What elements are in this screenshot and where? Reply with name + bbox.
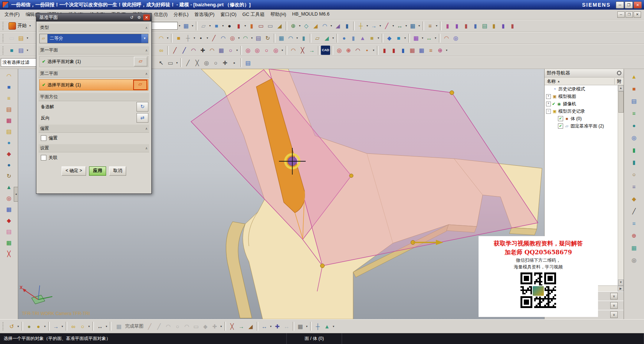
dialog-options-icon[interactable]: ⚙ — [136, 14, 142, 20]
view-style-icon[interactable]: ■ — [7, 46, 16, 55]
pattern-icon[interactable]: ▦ — [408, 21, 417, 30]
assembly-b-icon[interactable]: ● — [34, 322, 43, 331]
helix-icon[interactable]: ↻ — [263, 33, 272, 43]
gauge-icon[interactable]: ◠ — [353, 46, 362, 55]
tube-icon[interactable]: ▮ — [299, 33, 308, 43]
fillet-icon[interactable]: ◠ — [289, 46, 298, 55]
deviation-icon[interactable]: ◎ — [335, 46, 344, 55]
quick-extend-icon[interactable]: → — [237, 322, 246, 331]
snap-dot-icon[interactable]: • — [230, 58, 239, 67]
curve-analysis-icon[interactable]: ↔ — [424, 33, 434, 43]
snap-mid-icon[interactable]: ╱ — [183, 58, 193, 67]
extrude-sheet-icon[interactable]: ■ — [174, 33, 183, 43]
type-dropdown[interactable]: ▱ 二等分 ▼ — [39, 34, 148, 43]
menu-item[interactable]: 首选项(P) — [191, 10, 217, 19]
arc2-icon[interactable]: ◠ — [189, 46, 198, 55]
part-nav-icon[interactable]: ▤ — [4, 127, 14, 136]
sk-profile-icon[interactable]: ╱ — [145, 322, 154, 331]
layers-icon[interactable]: ≡ — [4, 93, 14, 103]
grid-red-icon[interactable]: ▦ — [408, 46, 417, 55]
alternate-solution-button[interactable]: ↻ — [137, 102, 148, 112]
system-materials-icon[interactable]: ■ — [4, 82, 14, 92]
sk-fillet-icon[interactable]: ◠ — [182, 322, 191, 331]
chevron-down-icon[interactable]: ▾ — [221, 24, 225, 27]
toolbar-grip[interactable] — [3, 22, 5, 30]
chevron-down-icon[interactable]: ▾ — [60, 325, 64, 328]
tree-expander-icon[interactable]: + — [546, 102, 551, 106]
chevron-down-icon[interactable]: ▾ — [191, 24, 194, 27]
chevron-down-icon[interactable]: ▾ — [250, 36, 254, 40]
chevron-down-icon[interactable]: ▾ — [417, 24, 421, 27]
line-icon[interactable]: ╱ — [209, 33, 218, 43]
menu-item[interactable]: 帮助(H) — [267, 10, 289, 19]
checkbox-checked-icon[interactable]: ✔ — [558, 116, 563, 121]
chevron-down-icon[interactable]: ▾ — [295, 36, 299, 40]
alternate-icon[interactable]: ▲ — [322, 322, 332, 331]
hatch-icon[interactable]: ≡ — [426, 46, 436, 55]
menu-item[interactable]: 文件(F) — [1, 10, 23, 19]
refpoint-icon[interactable]: • — [362, 46, 372, 55]
new-file-icon[interactable]: ▭ — [7, 33, 16, 43]
link-icon[interactable]: ∞ — [157, 46, 166, 55]
reuse-icon[interactable]: ● — [4, 138, 14, 147]
gear-icon[interactable]: ◎ — [630, 255, 639, 265]
revolve-icon[interactable]: ● — [225, 21, 234, 30]
face-analysis-icon[interactable]: ▦ — [411, 33, 421, 43]
sk-arc-icon[interactable]: ◠ — [164, 322, 173, 331]
close-button[interactable]: ✕ — [634, 1, 642, 9]
dims-icon[interactable]: ↔ — [260, 322, 269, 331]
web-icon[interactable]: ● — [4, 160, 14, 169]
sk-circle-icon[interactable]: ○ — [173, 322, 182, 331]
pocket-icon[interactable]: ▭ — [256, 21, 266, 30]
checkbox-checked-icon[interactable]: ✔ — [558, 123, 563, 129]
column-header-attr[interactable]: 附 — [614, 78, 624, 85]
tree-item[interactable]: +✔◉摄像机 — [545, 100, 624, 108]
offset-curve-icon[interactable]: ◠ — [207, 46, 217, 55]
hd3d-icon[interactable]: ◆ — [4, 149, 14, 158]
arc-icon[interactable]: ◠ — [218, 33, 228, 43]
chevron-down-icon[interactable]: ▾ — [219, 325, 223, 328]
chevron-down-icon[interactable]: ▾ — [365, 24, 369, 27]
quick-trim-icon[interactable]: ╳ — [227, 322, 237, 331]
edge-blend-icon[interactable]: ◠ — [320, 21, 329, 30]
wrap-icon[interactable]: ■ — [394, 33, 403, 43]
menu-item[interactable]: GC 工具箱 — [239, 10, 267, 19]
open-file-icon[interactable]: ▤ — [16, 33, 26, 43]
chevron-down-icon[interactable]: ▾ — [237, 36, 241, 40]
chevron-down-icon[interactable]: ▾ — [305, 325, 309, 328]
selection-scope[interactable]: 面 / 体 (0) — [287, 333, 342, 344]
window-icon[interactable]: ▦ — [4, 205, 14, 214]
pad-icon[interactable]: ▭ — [266, 21, 275, 30]
fill-surface-icon[interactable]: ◠ — [157, 33, 166, 43]
target2-icon[interactable]: ⊕ — [436, 46, 445, 55]
collapse-resource-bar-button[interactable]: ◂ — [14, 187, 18, 202]
block-icon[interactable]: ■ — [367, 33, 377, 43]
ellipse-icon[interactable]: ○ — [226, 46, 235, 55]
alert-icon[interactable]: ▲ — [630, 72, 639, 81]
tree-expander-icon[interactable]: + — [546, 94, 551, 99]
section-first-plane[interactable]: 第一平面 ∧ — [39, 46, 149, 54]
dropdown-arrow-icon[interactable]: ▼ — [141, 34, 148, 43]
pencil-icon[interactable]: ╱ — [630, 206, 639, 216]
boss-icon[interactable]: ▮ — [247, 21, 256, 30]
green-grid-icon[interactable]: ▦ — [4, 238, 14, 247]
chevron-down-icon[interactable]: ▾ — [26, 49, 29, 52]
chevron-down-icon[interactable]: ▾ — [403, 36, 407, 40]
nav-section-expand-button[interactable]: ∨ — [610, 302, 618, 309]
line2-icon[interactable]: ╱ — [180, 46, 189, 55]
move-comp-icon[interactable]: → — [51, 322, 60, 331]
select-plane-button[interactable]: ▱ — [134, 57, 147, 66]
doc-blue-icon[interactable]: ▤ — [630, 96, 639, 106]
split-icon[interactable]: ■ — [630, 84, 639, 93]
tree-item[interactable]: ◔历史记录模式 — [545, 85, 624, 93]
menu-item[interactable]: 信息(I) — [151, 10, 171, 19]
chevron-down-icon[interactable]: ▾ — [243, 24, 247, 27]
scroll-up-icon[interactable]: ▲ — [618, 85, 624, 91]
chevron-down-icon[interactable]: ▾ — [434, 36, 437, 40]
datum-csys-icon[interactable]: ┼ — [183, 33, 193, 43]
unite-icon[interactable]: ⊕ — [289, 21, 298, 30]
assembly-a-icon[interactable]: ● — [24, 322, 34, 331]
tree-item[interactable]: ✔■体 (0) — [545, 115, 624, 122]
dialog-reset-icon[interactable]: ↺ — [128, 14, 135, 20]
pin-3-icon[interactable]: ▮ — [398, 46, 408, 55]
